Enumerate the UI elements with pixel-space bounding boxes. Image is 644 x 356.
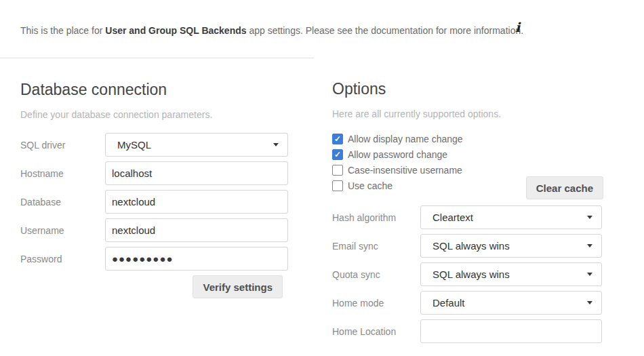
header-text-after: app settings. Please see the documentati… [247, 25, 524, 36]
home-mode-row: Home mode Default [332, 291, 603, 315]
allow-display-name-change-label: Allow display name change [348, 134, 463, 144]
sql-driver-label: SQL driver [20, 140, 105, 151]
check-icon: ✓ [334, 151, 341, 159]
chevron-down-icon [587, 244, 592, 248]
allow-password-change-label: Allow password change [348, 149, 447, 160]
use-cache-label: Use cache [348, 180, 393, 191]
case-insensitive-username-checkbox[interactable]: ✓ [332, 165, 343, 176]
quota-sync-select[interactable]: SQL always wins [420, 262, 602, 286]
home-mode-value: Default [432, 297, 465, 309]
username-input[interactable] [105, 218, 288, 242]
chevron-down-icon [587, 301, 592, 304]
use-cache-checkbox[interactable]: ✓ [332, 180, 343, 191]
hostname-row: Hostname [20, 161, 314, 185]
chevron-down-icon [273, 143, 279, 146]
allow-password-change-checkbox[interactable]: ✓ [332, 149, 343, 160]
home-mode-select[interactable]: Default [420, 291, 602, 315]
hostname-input[interactable] [105, 161, 288, 185]
password-row: Password [20, 247, 314, 271]
email-sync-row: Email sync SQL always wins [332, 234, 603, 258]
password-input[interactable] [105, 247, 288, 271]
database-connection-subtitle: Define your database connection paramete… [20, 109, 314, 120]
options-section: Options Here are all currently supported… [332, 58, 603, 348]
allow-display-name-change-row[interactable]: ✓ Allow display name change [332, 132, 603, 146]
database-connection-form: SQL driver MySQL Hostname Database Usern… [20, 133, 314, 298]
sql-driver-row: SQL driver MySQL [20, 133, 314, 157]
hash-algorithm-row: Hash algorithm Cleartext [332, 205, 603, 229]
quota-sync-label: Quota sync [332, 269, 420, 280]
database-row: Database [20, 190, 314, 214]
username-row: Username [20, 218, 314, 242]
clear-cache-button[interactable]: Clear cache [526, 176, 603, 199]
hash-algorithm-select[interactable]: Cleartext [420, 205, 602, 229]
sql-driver-value: MySQL [117, 139, 151, 151]
app-settings-header: This is the place for User and Group SQL… [0, 0, 644, 58]
home-location-label: Home Location [332, 326, 420, 337]
home-location-input[interactable] [420, 319, 602, 343]
info-icon[interactable]: i [515, 21, 520, 34]
hash-algorithm-label: Hash algorithm [332, 212, 420, 223]
options-subtitle: Here are all currently supported options… [332, 108, 603, 119]
app-name: User and Group SQL Backends [105, 25, 246, 36]
verify-settings-button[interactable]: Verify settings [193, 275, 283, 298]
options-checkbox-group: ✓ Allow display name change ✓ Allow pass… [332, 132, 603, 193]
quota-sync-row: Quota sync SQL always wins [332, 262, 603, 286]
verify-settings-row: Verify settings [20, 275, 288, 298]
password-label: Password [20, 254, 105, 264]
check-icon: ✓ [334, 135, 341, 143]
database-label: Database [20, 197, 105, 207]
hostname-label: Hostname [20, 168, 105, 179]
allow-display-name-change-checkbox[interactable]: ✓ [332, 134, 343, 144]
allow-password-change-row[interactable]: ✓ Allow password change [332, 147, 603, 162]
database-connection-title: Database connection [20, 81, 314, 99]
options-form: Hash algorithm Cleartext Email sync SQL … [332, 205, 603, 343]
quota-sync-value: SQL always wins [432, 269, 510, 280]
home-mode-label: Home mode [332, 298, 420, 309]
header-text-before: This is the place for [20, 25, 105, 36]
email-sync-select[interactable]: SQL always wins [420, 234, 602, 258]
database-connection-section: Database connection Define your database… [0, 58, 314, 298]
hash-algorithm-value: Cleartext [432, 212, 473, 223]
chevron-down-icon [587, 273, 592, 276]
username-label: Username [20, 225, 105, 236]
sql-driver-select[interactable]: MySQL [105, 133, 288, 157]
settings-columns: Database connection Define your database… [0, 58, 644, 348]
chevron-down-icon [587, 216, 592, 219]
home-location-row: Home Location [332, 319, 603, 343]
case-insensitive-username-label: Case-insensitive username [348, 165, 462, 176]
options-title: Options [332, 80, 603, 98]
case-insensitive-username-row[interactable]: ✓ Case-insensitive username [332, 163, 603, 178]
email-sync-value: SQL always wins [432, 240, 510, 252]
email-sync-label: Email sync [332, 241, 420, 252]
database-input[interactable] [105, 190, 288, 214]
